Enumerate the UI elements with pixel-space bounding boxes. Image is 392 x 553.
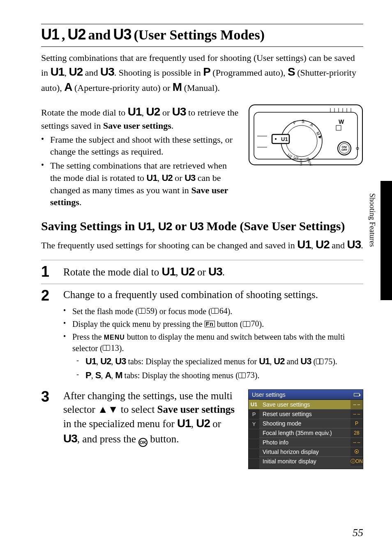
intro-paragraph: Setting combinations that are frequently… — [41, 52, 363, 95]
step-1: 1 Rotate the mode dial to U1, U2 or U3. — [41, 260, 363, 279]
battery-icon — [354, 393, 360, 396]
menu-row-value: – – — [350, 438, 363, 447]
menu-button-label: MENU — [104, 334, 125, 341]
menu-row-label: Save user settings — [259, 401, 350, 408]
menu-row-value: – – — [350, 400, 363, 409]
bullet-setting-combos: The setting combinations that are retrie… — [41, 160, 240, 208]
svg-rect-0 — [249, 105, 362, 165]
step-number: 3 — [41, 389, 52, 404]
ok-button-icon: OK — [138, 438, 148, 447]
chapter-label: Shooting Features — [368, 193, 376, 247]
step2-dash-psam: P, S, A, M tabs: Display the shooting me… — [76, 369, 363, 382]
step-number: 2 — [41, 288, 52, 303]
menu-row-value: ⦿ — [350, 447, 363, 456]
page-title: U1, U2 and U3 (User Settings Modes) — [41, 26, 363, 43]
menu-row[interactable]: Photo info– – — [259, 437, 363, 447]
svg-text:ON/: ON/ — [342, 146, 347, 148]
page-ref-icon — [138, 308, 145, 314]
menu-tabs: U1 P Y — [249, 400, 259, 469]
page-ref-icon — [243, 321, 250, 327]
menu-row[interactable]: Reset user settings– – — [259, 409, 363, 419]
step-3-text: After changing the settings, use the mul… — [63, 389, 238, 447]
menu-row-label: Photo info — [259, 439, 350, 446]
step2-bullet-quickmenu: Display the quick menu by pressing the F… — [63, 318, 363, 330]
menu-row[interactable]: Focal length (35mm equiv.)28 — [259, 428, 363, 437]
menu-row-label: Reset user settings — [259, 411, 350, 417]
menu-row-value: P — [350, 419, 363, 428]
up-arrow-icon — [98, 404, 108, 415]
step-3: 3 After changing the settings, use the m… — [41, 385, 363, 469]
mode-u1: U1 — [41, 26, 59, 43]
menu-row[interactable]: Save user settings– – — [259, 400, 363, 409]
step-2: 2 Change to a frequently used combinatio… — [41, 284, 363, 303]
menu-tab-u1[interactable]: U1 — [249, 400, 259, 410]
svg-text:U3: U3 — [293, 155, 299, 161]
menu-title-text: User settings — [252, 391, 286, 398]
menu-list: Save user settings– –Reset user settings… — [259, 400, 363, 469]
bullet-frame-subject: Frame the subject and shoot with these s… — [41, 134, 240, 158]
page-ref-icon — [211, 308, 219, 314]
page-ref-icon — [103, 345, 110, 351]
menu-screenshot: User settings U1 P Y Save — [248, 389, 363, 469]
page-title-bar: U1, U2 and U3 (User Settings Modes) — [41, 24, 363, 47]
svg-text:EFFECTS: EFFECTS — [300, 159, 302, 166]
svg-point-3 — [286, 125, 317, 157]
svg-text:P: P — [292, 120, 297, 125]
dial-u1-label: U1 — [281, 136, 288, 142]
menu-row-label: Shooting mode — [259, 420, 350, 427]
svg-text:SCENE: SCENE — [306, 157, 313, 166]
menu-row[interactable]: Initial monitor displayⓘON — [259, 456, 363, 466]
zoom-w-label: W — [339, 118, 344, 125]
step-1-title: Rotate the mode dial to U1, U2 or U3. — [63, 264, 363, 279]
svg-text:S: S — [302, 119, 304, 124]
svg-text:OFF: OFF — [341, 148, 348, 151]
menu-row[interactable]: Virtual horizon display⦿ — [259, 447, 363, 456]
step-2-title: Change to a frequently used combination … — [63, 288, 363, 302]
chapter-tab — [380, 181, 392, 300]
step2-dash-utabs: U1, U2, U3 tabs: Display the specialized… — [76, 355, 363, 368]
page-ref-icon — [238, 373, 246, 378]
menu-row-label: Virtual horizon display — [259, 449, 350, 455]
rotate-dial-paragraph: Rotate the mode dial to U1, U2 or U3 to … — [41, 104, 240, 208]
step2-bullet-flash: Set the flash mode (59) or focus mode (6… — [63, 305, 363, 317]
menu-row[interactable]: Shooting modeP — [259, 419, 363, 428]
svg-point-5 — [275, 138, 277, 140]
menu-row-label: Focal length (35mm equiv.) — [259, 430, 350, 436]
fn-button-icon: Fn — [205, 321, 215, 327]
mode-u2: U2 — [68, 26, 86, 43]
step2-bullet-menu: Press the MENU button to display the men… — [63, 331, 363, 382]
camera-illustration: U1 P S A M U2 U3 EFFECTS SCENE W ON/ OFF — [248, 104, 363, 208]
saving-settings-sub: The frequently used settings for shootin… — [41, 237, 363, 252]
menu-row-value: 28 — [350, 428, 363, 437]
menu-row-value: – – — [350, 410, 363, 419]
menu-tab-setup[interactable]: Y — [249, 419, 259, 429]
menu-row-label: Initial monitor display — [259, 458, 350, 465]
page-ref-icon — [316, 359, 323, 364]
down-arrow-icon — [108, 404, 118, 415]
svg-text:A: A — [309, 122, 314, 127]
step-number: 1 — [41, 264, 52, 279]
mode-u3: U3 — [113, 26, 131, 43]
saving-settings-heading: Saving Settings in U1, U2 or U3 Mode (Sa… — [41, 218, 363, 234]
page-number: 55 — [353, 527, 363, 539]
menu-row-value: ⓘON — [350, 457, 363, 466]
svg-rect-14 — [336, 125, 341, 130]
menu-title-bar: User settings — [248, 389, 363, 399]
menu-tab-p[interactable]: P — [249, 410, 259, 419]
